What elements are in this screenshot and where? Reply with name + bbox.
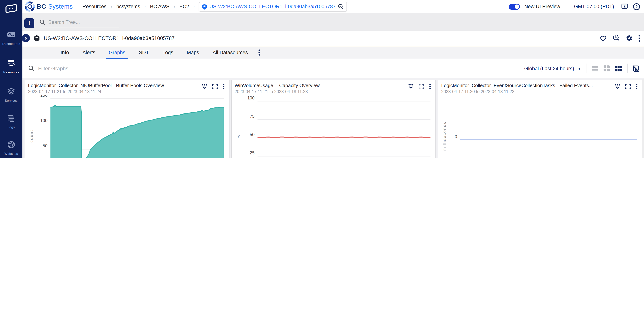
- sidebar-item-resources[interactable]: Resources: [0, 59, 22, 74]
- feedback-icon[interactable]: 2: [621, 3, 628, 10]
- breadcrumb-ec2[interactable]: EC2: [179, 4, 189, 9]
- svg-text:25: 25: [250, 150, 254, 155]
- chevron-right-icon: ›: [111, 4, 112, 9]
- tab-alerts[interactable]: Alerts: [77, 46, 100, 59]
- scrollbar-track[interactable]: [642, 79, 644, 158]
- datapoints-dropdown-icon[interactable]: [408, 84, 414, 91]
- schedule-sdt-icon[interactable]: [612, 34, 620, 42]
- sidebar: Dashboards Resources Services: [0, 0, 22, 158]
- chevron-right-icon: ›: [174, 4, 175, 9]
- divider: [567, 2, 567, 11]
- sidebar-item-label: Services: [0, 99, 22, 102]
- sidebar-item-label: Websites: [0, 152, 22, 156]
- svg-text:0: 0: [455, 134, 457, 139]
- svg-text:milliseconds: milliseconds: [442, 122, 447, 151]
- view-grid-2col-button[interactable]: [603, 65, 610, 72]
- graph-time-range: 2023-04-17 11:21 to 2023-04-18 11:23: [234, 89, 404, 94]
- brand-logo[interactable]: BCSystems: [25, 2, 73, 12]
- capacity-chart[interactable]: 025507510019:0018. Apr06:0011:00%: [234, 94, 432, 158]
- svg-text:50: 50: [250, 132, 254, 137]
- sidebar-item-label: Logs: [0, 125, 22, 129]
- chip-resource-name: US-W2:BC-AWS-COLLECTOR1_i-0da90ab3a51005…: [210, 4, 336, 9]
- logs-icon: [0, 114, 22, 124]
- tab-logs[interactable]: Logs: [157, 46, 179, 59]
- new-ui-toggle[interactable]: [508, 4, 520, 10]
- sidebar-item-dashboards[interactable]: Dashboards: [0, 31, 22, 46]
- dashboards-icon: [0, 31, 22, 40]
- sidebar-item-label: Resources: [0, 70, 22, 74]
- datapoints-dropdown-icon[interactable]: [202, 84, 207, 91]
- buffer-pools-chart[interactable]: 05010015012:0018:0018. Apr06:00count: [28, 94, 226, 158]
- search-icon: [28, 66, 34, 72]
- fullscreen-icon[interactable]: [625, 84, 631, 91]
- svg-text:%: %: [236, 134, 240, 138]
- svg-text:100: 100: [247, 96, 254, 100]
- chevron-right-icon: ›: [193, 4, 195, 9]
- graph-card-failed-events: LogicMonitor_Collector_EventSourceCollec…: [438, 80, 642, 158]
- zoom-out-icon[interactable]: [338, 4, 344, 10]
- resource-more-kebab-icon[interactable]: [638, 34, 640, 42]
- help-icon[interactable]: ?: [633, 3, 640, 10]
- websites-icon: [0, 140, 22, 150]
- tab-graphs[interactable]: Graphs: [104, 46, 131, 59]
- graph-card-capacity: WinVolumeUsage- - Capacity Overview 2023…: [231, 80, 436, 158]
- graphs-toolbar: Filter Graphs... Global (Last 24 hours) …: [22, 59, 644, 78]
- svg-text:50: 50: [42, 144, 48, 148]
- search-icon: [40, 20, 45, 25]
- brand-text-bc: BC: [37, 3, 46, 10]
- divider: [627, 64, 628, 73]
- graph-title: LogicMonitor_Collector_EventSourceCollec…: [441, 83, 611, 88]
- view-list-button[interactable]: [591, 65, 598, 72]
- device-cube-icon: [34, 34, 40, 42]
- app-window: Dashboards Resources Services: [0, 0, 644, 158]
- breadcrumb-bc-aws[interactable]: BC AWS: [150, 4, 170, 9]
- breadcrumb: Resources › bcsystems › BC AWS › EC2 › U…: [82, 2, 347, 12]
- hide-no-data-graphs-icon[interactable]: [632, 65, 640, 72]
- tree-search-placeholder: Search Tree...: [48, 20, 80, 25]
- chevron-right-icon: ›: [144, 4, 146, 9]
- tree-search-input[interactable]: Search Tree...: [40, 20, 119, 28]
- breadcrumb-bcsystems[interactable]: bcsystems: [116, 4, 140, 9]
- tabs-more-kebab-icon[interactable]: [258, 49, 260, 56]
- time-range-dropdown[interactable]: Global (Last 24 hours): [524, 66, 574, 71]
- graph-more-kebab-icon[interactable]: [636, 84, 638, 91]
- tab-all-datasources[interactable]: All Datasources: [207, 46, 253, 59]
- brand-shutter-icon: [25, 2, 35, 12]
- svg-text:75: 75: [250, 114, 254, 119]
- resource-breadcrumb-chip[interactable]: US-W2:BC-AWS-COLLECTOR1_i-0da90ab3a51005…: [199, 2, 347, 12]
- failed-events-chart[interactable]: 012:0016:0020:0018. Apr04:0008:00millise…: [441, 94, 639, 158]
- tab-info[interactable]: Info: [55, 46, 74, 59]
- graphs-grid: LogicMonitor_Collector_NIOBufferPool - B…: [22, 78, 644, 158]
- breadcrumb-resources[interactable]: Resources: [82, 4, 106, 9]
- svg-text:100: 100: [40, 118, 48, 123]
- svg-text:?: ?: [636, 4, 638, 8]
- fullscreen-icon[interactable]: [419, 84, 424, 91]
- new-ui-label: New UI Preview: [524, 4, 560, 9]
- sidebar-item-logs[interactable]: Logs: [0, 114, 22, 129]
- graph-more-kebab-icon[interactable]: [429, 84, 431, 91]
- graph-title: WinVolumeUsage- - Capacity Overview: [234, 83, 404, 88]
- timezone-label[interactable]: GMT-07:00 (PDT): [574, 4, 614, 9]
- tab-maps[interactable]: Maps: [182, 46, 204, 59]
- view-grid-3col-button-active[interactable]: [615, 65, 622, 72]
- add-resource-button[interactable]: +: [24, 18, 34, 28]
- resources-icon: [0, 59, 22, 69]
- brand-text-systems: Systems: [48, 3, 72, 10]
- datapoints-dropdown-icon[interactable]: [615, 84, 620, 91]
- app-logo-icon[interactable]: [4, 3, 18, 14]
- graph-more-kebab-icon[interactable]: [222, 84, 224, 91]
- filter-graphs-input[interactable]: Filter Graphs...: [38, 66, 73, 72]
- top-bar: BCSystems Resources › bcsystems › BC AWS…: [22, 0, 644, 13]
- sidebar-item-services[interactable]: Services: [0, 88, 22, 102]
- expand-tree-button[interactable]: [22, 34, 30, 42]
- graph-title: LogicMonitor_Collector_NIOBufferPool - B…: [28, 83, 198, 88]
- tree-toolbar: + Search Tree...: [22, 13, 644, 31]
- graph-time-range: 2023-04-17 11:21 to 2023-04-18 11:24: [28, 89, 198, 94]
- graph-card-buffer-pools: LogicMonitor_Collector_NIOBufferPool - B…: [25, 80, 229, 158]
- settings-gear-icon[interactable]: [626, 34, 633, 42]
- caret-down-icon[interactable]: ▼: [578, 66, 581, 70]
- favorite-heart-icon[interactable]: [600, 34, 607, 42]
- fullscreen-icon[interactable]: [212, 84, 218, 91]
- sidebar-item-websites[interactable]: Websites: [0, 140, 22, 156]
- tab-sdt[interactable]: SDT: [134, 46, 154, 59]
